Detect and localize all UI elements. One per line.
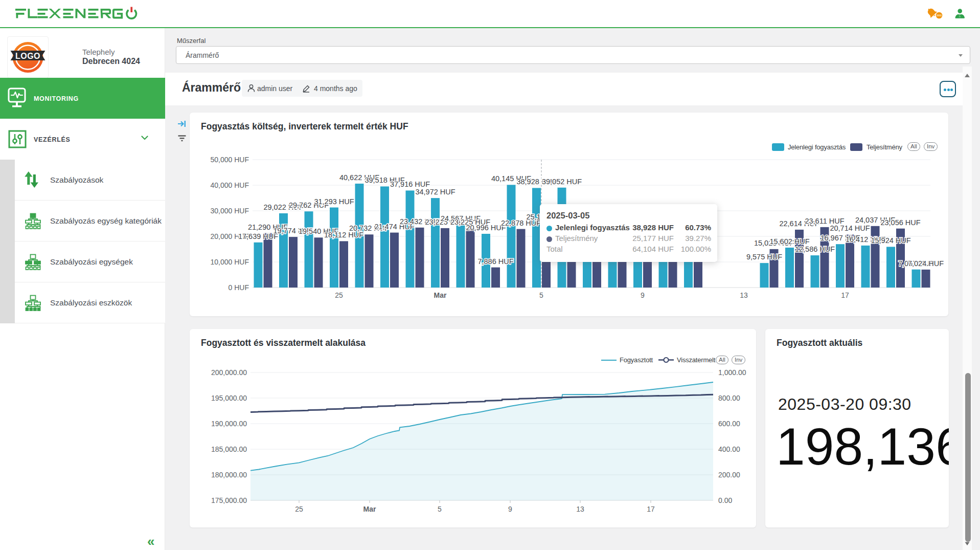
- svg-text:200,000.00: 200,000.00: [211, 368, 247, 377]
- svg-text:800.00: 800.00: [718, 394, 740, 402]
- svg-text:13: 13: [576, 505, 584, 513]
- svg-text:40,000 HUF: 40,000 HUF: [211, 181, 249, 189]
- svg-text:Mar: Mar: [434, 291, 447, 299]
- svg-text:37,916 HUF: 37,916 HUF: [390, 180, 430, 188]
- svg-text:30,000 HUF: 30,000 HUF: [211, 207, 249, 215]
- svg-text:20,714 HUF: 20,714 HUF: [830, 224, 870, 232]
- svg-text:185,000.00: 185,000.00: [211, 445, 247, 453]
- svg-text:9: 9: [508, 505, 512, 513]
- svg-text:190,000.00: 190,000.00: [211, 420, 247, 428]
- svg-text:13: 13: [740, 291, 748, 299]
- svg-text:400.00: 400.00: [718, 445, 740, 453]
- svg-text:15,924 HUF: 15,924 HUF: [871, 236, 910, 245]
- svg-text:17,639 HUF: 17,639 HUF: [238, 232, 278, 240]
- svg-text:10,000 HUF: 10,000 HUF: [211, 258, 249, 266]
- svg-text:50,000 HUF: 50,000 HUF: [211, 156, 249, 164]
- svg-text:Mar: Mar: [363, 505, 376, 513]
- svg-text:25: 25: [295, 505, 303, 513]
- svg-text:1,000.00: 1,000.00: [718, 368, 746, 377]
- svg-text:7,886 HUF: 7,886 HUF: [477, 257, 513, 266]
- svg-text:34,972 HUF: 34,972 HUF: [415, 188, 455, 196]
- svg-text:195,000.00: 195,000.00: [211, 394, 247, 402]
- svg-text:12,586 HUF: 12,586 HUF: [795, 245, 835, 253]
- svg-text:20,996 HUF: 20,996 HUF: [466, 224, 506, 232]
- svg-text:7,024 HUF: 7,024 HUF: [908, 259, 944, 268]
- svg-text:200.00: 200.00: [718, 471, 740, 479]
- svg-text:31,293 HUF: 31,293 HUF: [314, 197, 354, 206]
- svg-text:0.00: 0.00: [718, 496, 732, 504]
- svg-text:5: 5: [539, 291, 543, 299]
- svg-text:9,575 HUF: 9,575 HUF: [746, 253, 782, 261]
- svg-text:999: 999: [937, 14, 942, 17]
- svg-text:17: 17: [841, 291, 849, 299]
- svg-text:175,000.00: 175,000.00: [211, 496, 247, 504]
- svg-text:LOGO: LOGO: [15, 52, 40, 60]
- svg-text:0 HUF: 0 HUF: [229, 283, 249, 292]
- svg-text:17: 17: [647, 505, 655, 513]
- svg-text:5: 5: [438, 505, 442, 513]
- svg-text:600.00: 600.00: [718, 420, 740, 428]
- svg-text:9: 9: [641, 291, 645, 299]
- svg-text:180,000.00: 180,000.00: [211, 471, 247, 479]
- svg-text:15,602 HUF: 15,602 HUF: [769, 237, 809, 246]
- svg-text:23,056 HUF: 23,056 HUF: [880, 218, 920, 227]
- svg-text:39,052 HUF: 39,052 HUF: [542, 178, 582, 186]
- svg-text:25: 25: [335, 291, 343, 299]
